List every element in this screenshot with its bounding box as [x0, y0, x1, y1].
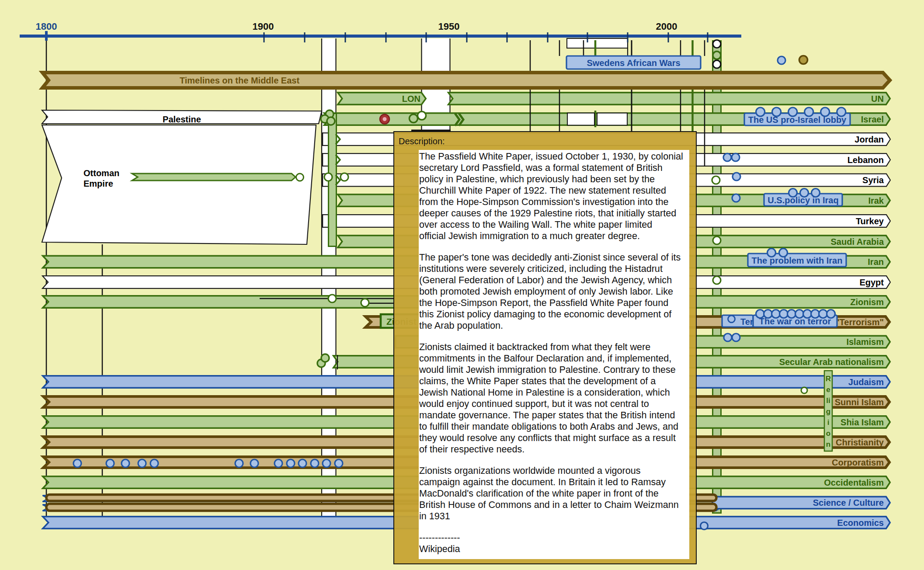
- svg-text:o: o: [826, 429, 830, 438]
- svg-text:Jordan: Jordan: [855, 135, 884, 144]
- svg-text:Iran: Iran: [868, 257, 884, 267]
- svg-text:"Terrorism": "Terrorism": [835, 317, 884, 327]
- svg-text:2000: 2000: [656, 21, 677, 32]
- svg-text:e: e: [826, 386, 830, 394]
- svg-text:Ter: Ter: [740, 317, 754, 327]
- svg-text:Judaism: Judaism: [848, 377, 884, 387]
- svg-text:Egypt: Egypt: [859, 278, 884, 287]
- svg-text:Irak: Irak: [868, 196, 884, 205]
- svg-text:Science / Culture: Science / Culture: [813, 498, 884, 507]
- svg-text:Secular Arab nationalism: Secular Arab nationalism: [779, 357, 884, 367]
- svg-text:Occidentalism: Occidentalism: [824, 478, 884, 487]
- svg-text:Ottoman: Ottoman: [83, 168, 119, 178]
- svg-text:Empire: Empire: [83, 179, 113, 188]
- svg-text:Christianity: Christianity: [836, 438, 884, 447]
- svg-text:UN: UN: [871, 94, 884, 104]
- svg-text:1800: 1800: [36, 21, 57, 32]
- svg-text:g: g: [826, 407, 830, 416]
- svg-text:Islamism: Islamism: [846, 337, 884, 347]
- svg-text:1950: 1950: [438, 21, 460, 32]
- svg-text:1900: 1900: [253, 21, 274, 32]
- svg-text:Saudi Arabia: Saudi Arabia: [830, 237, 884, 247]
- svg-text:li: li: [826, 396, 830, 405]
- svg-text:Sunni Islam: Sunni Islam: [835, 397, 884, 407]
- svg-text:Israel: Israel: [861, 115, 884, 124]
- svg-text:Palestine: Palestine: [163, 115, 201, 124]
- svg-text:i: i: [827, 418, 830, 427]
- svg-text:Syria: Syria: [862, 175, 884, 185]
- svg-text:Timelines on the Middle East: Timelines on the Middle East: [180, 76, 299, 85]
- svg-text:Shia Islam: Shia Islam: [841, 417, 884, 427]
- svg-text:The problem with Iran: The problem with Iran: [752, 256, 843, 265]
- svg-text:Lebanon: Lebanon: [848, 155, 884, 165]
- svg-text:Turkey: Turkey: [856, 216, 884, 226]
- svg-text:Zionism: Zionism: [850, 297, 884, 307]
- svg-text:n: n: [826, 440, 830, 448]
- svg-text:LON: LON: [402, 94, 420, 104]
- svg-text:Corporatism: Corporatism: [832, 458, 884, 467]
- svg-text:R: R: [826, 375, 831, 383]
- svg-text:Economics: Economics: [837, 518, 884, 528]
- svg-text:Swedens African Wars: Swedens African Wars: [587, 58, 680, 68]
